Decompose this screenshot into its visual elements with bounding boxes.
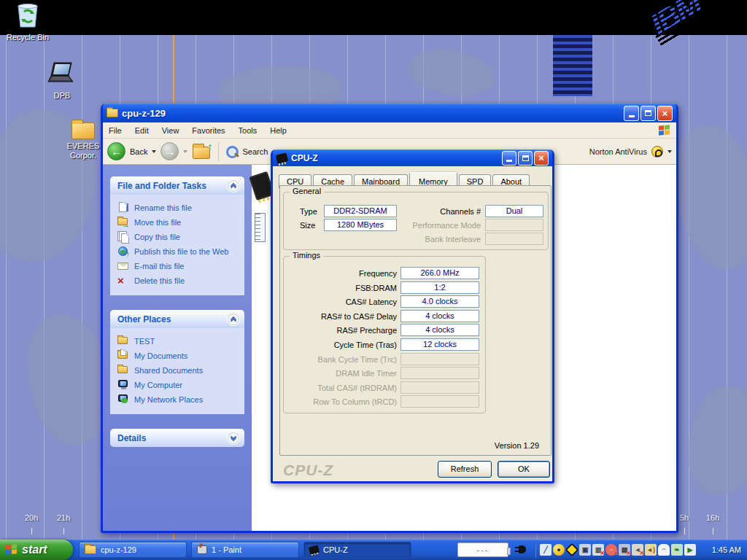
task-delete-this-file[interactable]: × Delete this file [117, 273, 240, 288]
taskbar-clock[interactable]: 1:45 AM [712, 540, 741, 560]
row-to-column-value [400, 395, 479, 408]
forward-button[interactable]: → [160, 142, 179, 160]
file-icon[interactable] [255, 213, 266, 242]
recycle-bin-icon [14, 3, 42, 29]
email-icon [117, 260, 129, 272]
back-button-label[interactable]: Back [130, 147, 147, 156]
place-my-computer[interactable]: My Computer [117, 378, 240, 392]
ghost-backup-icon[interactable]: ᴖ [658, 544, 670, 556]
total-cas-label: Total CAS# (tRDRAM) [291, 384, 397, 392]
timezone-label: 5h [680, 513, 689, 534]
timings-group: Timings Frequency 266.0 MHz FSB:DRAM 1:2… [283, 256, 486, 413]
search-icon[interactable] [226, 146, 238, 158]
publish-globe-icon: ↑ [117, 246, 129, 257]
frequency-label: Frequency [291, 269, 397, 278]
menu-file[interactable]: File [109, 126, 122, 135]
row-to-column-label: Row To Column (tRCD) [291, 397, 397, 406]
cpuz-dialog: CPU-Z × CPU Cache Mainboard Memory SPD A… [271, 149, 554, 483]
search-button-label[interactable]: Search [242, 147, 268, 156]
task-move-this-file[interactable]: → Move this file [117, 215, 240, 230]
place-my-documents[interactable]: My Documents [117, 349, 240, 363]
other-places-header[interactable]: Other Places [110, 310, 244, 328]
display-settings-icon[interactable]: ▶ [684, 544, 696, 556]
delete-x-icon: × [117, 275, 129, 287]
maximize-button[interactable] [640, 106, 656, 121]
power-scheme-icon[interactable] [565, 543, 578, 556]
minimize-button[interactable] [624, 106, 639, 121]
place-shared-documents[interactable]: Shared Documents [117, 363, 240, 378]
taskbar-task-paint[interactable]: 1 - Paint [191, 542, 299, 558]
close-button[interactable]: × [534, 151, 549, 166]
system-tray: ╱ ● ▣ ▥× ◦× ▤× ◄× ◄) ᴖ ❧ ▶ [540, 544, 696, 556]
ok-button[interactable]: OK [498, 461, 550, 478]
taskbar-task-cpu-z-129[interactable]: cpu-z-129 [79, 542, 187, 558]
folder-icon [117, 335, 129, 347]
place-test[interactable]: TEST [117, 334, 240, 349]
rename-icon [117, 202, 129, 214]
taskbar: start cpu-z-129 1 - Paint CPU-Z --- ╱ ● … [0, 540, 747, 560]
explorer-menubar: File Edit View Favorites Tools Help [103, 122, 676, 139]
timezone-label: 21h [57, 513, 70, 534]
ultranav-pointer-icon[interactable]: ╱ [540, 544, 551, 556]
explorer-titlebar[interactable]: cpu-z-129 × [103, 104, 676, 122]
network-unplugged-icon[interactable]: ▥× [592, 544, 604, 556]
taskbar-task-cpuz[interactable]: CPU-Z [303, 542, 411, 558]
dram-idle-timer-value [400, 367, 479, 379]
folder-icon [117, 365, 129, 376]
maximize-button[interactable] [518, 151, 533, 166]
volume-icon[interactable]: ◄) [645, 544, 657, 556]
windows-flag-icon [6, 544, 18, 556]
cpuz-titlebar[interactable]: CPU-Z × [273, 149, 552, 166]
refresh-button[interactable]: Refresh [438, 461, 492, 478]
back-dropdown-caret[interactable] [152, 150, 156, 153]
cas-latency-label: CAS# Latency [291, 298, 397, 306]
ras-to-cas-label: RAS# to CAS# Delay [291, 312, 397, 321]
forward-dropdown-caret[interactable] [183, 150, 187, 153]
laptop-icon [45, 61, 79, 88]
fsb-dram-value: 1:2 [400, 281, 479, 294]
file-and-folder-tasks-header[interactable]: File and Folder Tasks [110, 176, 244, 195]
tray-divider [535, 542, 536, 558]
task-publish-this-file[interactable]: ↑ Publish this file to the Web [117, 244, 240, 259]
bank-cycle-time-value [400, 353, 479, 365]
device-removed-icon[interactable]: ▤× [619, 544, 630, 556]
menu-tools[interactable]: Tools [239, 126, 258, 135]
details-header[interactable]: Details [110, 429, 244, 447]
task-copy-this-file[interactable]: Copy this file [117, 230, 240, 244]
other-places-panel: Other Places TEST My Documents Shared Do… [110, 310, 244, 414]
task-rename-this-file[interactable]: Rename this file [117, 201, 240, 215]
cpuz-dialog-title: CPU-Z [291, 153, 498, 163]
cas-latency-value: 4.0 clocks [400, 295, 479, 308]
total-cas-value [400, 381, 479, 394]
up-one-level-button[interactable]: ↑ [192, 144, 211, 160]
timezone-label: 16h [706, 513, 719, 534]
norton-antivirus-icon[interactable]: ● [553, 544, 565, 556]
close-button[interactable]: × [657, 106, 673, 121]
norton-antivirus-toolbar[interactable]: Norton AntiVirus [589, 146, 672, 158]
hardware-dock-icon[interactable]: ▣ [579, 544, 591, 556]
windows-logo-icon [659, 125, 670, 136]
details-panel: Details [110, 429, 244, 447]
menu-help[interactable]: Help [270, 126, 287, 135]
menu-edit[interactable]: Edit [135, 126, 149, 135]
wallpaper-stripe-decoration [553, 35, 592, 96]
start-button[interactable]: start [0, 540, 73, 560]
collapse-chevron-icon[interactable] [227, 179, 240, 192]
minimize-button[interactable] [502, 151, 516, 166]
menu-favorites[interactable]: Favorites [192, 126, 225, 135]
task-email-this-file[interactable]: E-mail this file [117, 259, 240, 273]
expand-chevron-icon[interactable] [227, 432, 240, 445]
messenger-offline-icon[interactable]: ◦× [605, 544, 617, 556]
battery-meter: --- [457, 542, 508, 557]
menu-view[interactable]: View [162, 126, 179, 135]
norton-dropdown-caret[interactable] [667, 150, 672, 153]
collapse-chevron-icon[interactable] [227, 313, 240, 326]
place-my-network-places[interactable]: My Network Places [117, 392, 240, 407]
network-places-icon [117, 394, 129, 405]
bank-cycle-time-label: Bank Cycle Time (Trc) [291, 355, 397, 364]
audio-muted-icon[interactable]: ◄× [632, 544, 643, 556]
desktop-icon-recycle-bin[interactable]: Recycle Bin [0, 3, 55, 42]
wireless-icon[interactable]: ❧ [671, 544, 683, 556]
back-button[interactable]: ← [107, 142, 125, 160]
desktop-icon-dpb[interactable]: DPB [34, 61, 90, 101]
